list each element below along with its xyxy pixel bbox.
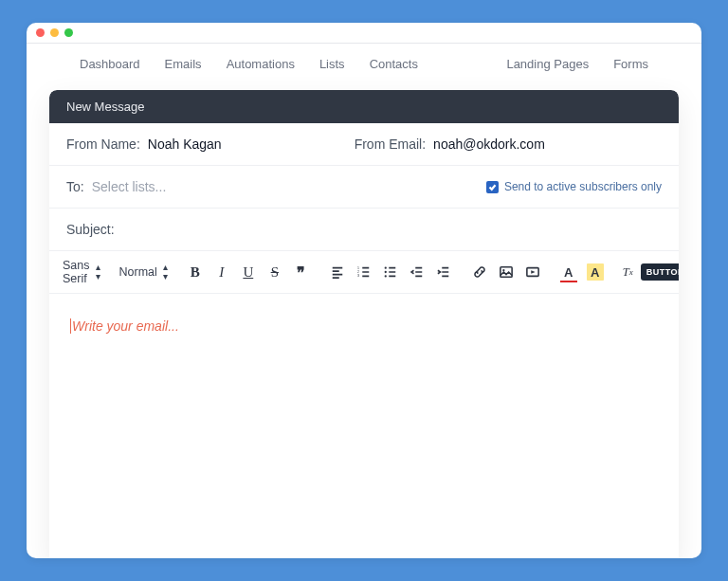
bg-color-icon[interactable]: A xyxy=(587,263,604,281)
font-family-value: Sans Serif xyxy=(63,259,90,285)
svg-point-4 xyxy=(384,271,386,273)
nav-automations[interactable]: Automations xyxy=(227,57,295,71)
to-row: To: Select lists... Send to active subsc… xyxy=(49,166,679,209)
checkbox-icon xyxy=(486,181,499,193)
nav-contacts[interactable]: Contacts xyxy=(370,57,418,71)
caret-icon: ▴▾ xyxy=(96,263,100,281)
nav-emails[interactable]: Emails xyxy=(165,57,202,71)
svg-text:3: 3 xyxy=(357,274,359,278)
video-icon[interactable] xyxy=(524,263,541,281)
align-icon[interactable] xyxy=(329,263,346,281)
from-name-value[interactable]: Noah Kagan xyxy=(148,136,222,152)
compose-header: New Message xyxy=(49,90,679,123)
image-icon[interactable] xyxy=(498,263,515,281)
top-nav: Dashboard Emails Automations Lists Conta… xyxy=(27,44,701,90)
from-email-value[interactable]: noah@okdork.com xyxy=(433,136,545,152)
to-input[interactable]: Select lists... xyxy=(92,179,167,194)
bold-icon[interactable]: B xyxy=(187,263,204,281)
link-icon[interactable] xyxy=(471,263,488,281)
to-label: To: xyxy=(66,179,84,194)
nav-landing-pages[interactable]: Landing Pages xyxy=(506,57,589,71)
strikethrough-icon[interactable]: S xyxy=(266,263,283,281)
insert-button[interactable]: BUTTON xyxy=(641,263,679,281)
text-color-icon[interactable]: A xyxy=(560,263,577,281)
underline-icon[interactable]: U xyxy=(240,263,257,281)
nav-lists[interactable]: Lists xyxy=(319,57,345,71)
italic-icon[interactable]: I xyxy=(213,263,230,281)
active-only-label: Send to active subscribers only xyxy=(504,180,662,193)
editor-placeholder: Write your email... xyxy=(72,318,179,334)
svg-text:1: 1 xyxy=(357,266,359,270)
close-window-icon[interactable] xyxy=(36,28,45,37)
subject-label: Subject: xyxy=(66,222,115,237)
content-area: New Message From Name: Noah Kagan From E… xyxy=(27,90,701,558)
svg-point-3 xyxy=(384,266,386,268)
minimize-window-icon[interactable] xyxy=(50,28,59,37)
nav-forms[interactable]: Forms xyxy=(613,57,648,71)
font-size-value: Normal xyxy=(119,265,157,279)
clear-format-icon[interactable]: Tx xyxy=(623,263,633,281)
nav-dashboard[interactable]: Dashboard xyxy=(80,57,140,71)
editor-body[interactable]: Write your email... xyxy=(49,294,679,558)
unordered-list-icon[interactable] xyxy=(382,263,399,281)
from-row: From Name: Noah Kagan From Email: noah@o… xyxy=(49,123,679,166)
blockquote-icon[interactable]: ❞ xyxy=(293,263,310,281)
from-name-label: From Name: xyxy=(66,136,140,152)
app-window: Dashboard Emails Automations Lists Conta… xyxy=(27,23,701,558)
outdent-icon[interactable] xyxy=(409,263,426,281)
svg-point-5 xyxy=(384,275,386,277)
from-email-label: From Email: xyxy=(355,136,426,152)
caret-icon: ▴▾ xyxy=(163,263,168,281)
indent-icon[interactable] xyxy=(435,263,452,281)
maximize-window-icon[interactable] xyxy=(64,28,73,37)
svg-text:2: 2 xyxy=(357,270,359,274)
titlebar xyxy=(27,23,701,44)
editor-toolbar: Sans Serif ▴▾ Normal ▴▾ B I U S ❞ xyxy=(49,251,679,294)
ordered-list-icon[interactable]: 123 xyxy=(355,263,373,281)
compose-panel: New Message From Name: Noah Kagan From E… xyxy=(49,90,679,558)
font-family-dropdown[interactable]: Sans Serif ▴▾ xyxy=(63,259,100,285)
active-only-toggle[interactable]: Send to active subscribers only xyxy=(486,180,662,193)
subject-row[interactable]: Subject: xyxy=(49,209,679,251)
font-size-dropdown[interactable]: Normal ▴▾ xyxy=(119,263,168,281)
